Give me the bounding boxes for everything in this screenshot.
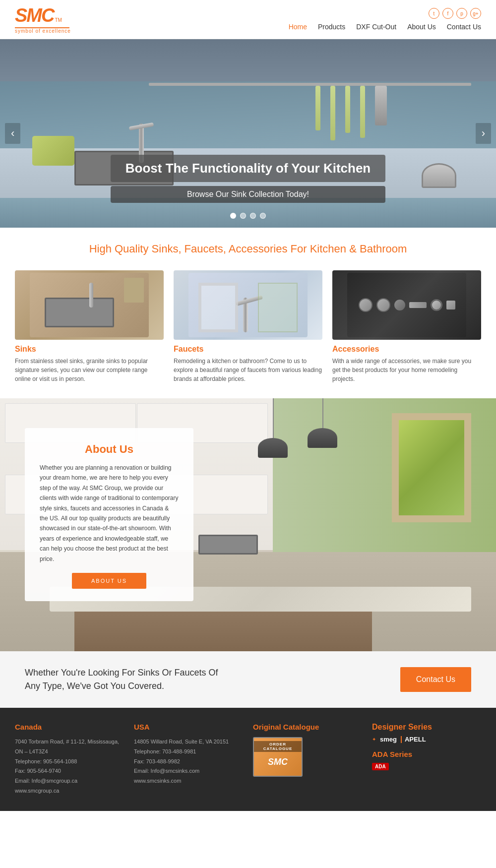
nav-products[interactable]: Products [318,23,345,31]
hero-slider: Boost The Functionality of Your Kitchen … [0,39,496,228]
catalogue-image[interactable]: ORDER CATALOGUE SMC [253,737,303,777]
footer-canada-website[interactable]: www.smcgroup.ca [15,788,59,794]
ada-badge: ADA [372,763,389,770]
about-text: Whether you are planning a renovation or… [40,463,179,564]
sinks-image [15,270,164,340]
pinterest-icon[interactable]: p [456,8,467,19]
faucets-desc: Remodeling a kitchen or bathroom? Come t… [174,357,322,383]
hero-text: Boost The Functionality of Your Kitchen … [111,155,385,203]
main-nav: Home Products DXF Cut-Out About Us Conta… [289,23,481,31]
brand-smeg: smeg [380,736,397,743]
footer-usa-phone: Telephone: 703-488-9981 [134,747,243,757]
footer-canada-heading: Canada [15,723,124,731]
googleplus-icon[interactable]: g+ [470,8,481,19]
product-card-faucets: Faucets Remodeling a kitchen or bathroom… [174,270,322,383]
nav-contact[interactable]: Contact Us [447,23,481,31]
footer-usa-heading: USA [134,723,243,731]
accessories-image [332,270,481,340]
logo-tagline: symbol of excellence [15,28,71,34]
accessories-label[interactable]: Accessories [332,345,481,354]
sinks-desc: From stainless steel sinks, granite sink… [15,357,164,383]
logo-area: SMC TM symbol of excellence [15,5,71,34]
designer-series-title: Designer Series [372,723,481,732]
footer-usa-website[interactable]: www.smcsinks.com [134,778,181,784]
footer-canada: Canada 7040 Torbram Road, # 11-12, Missi… [15,723,124,796]
smeg-star-icon: ✦ [372,737,376,742]
brand-row-smeg-apell: ✦ smeg APELL [372,736,481,743]
products-grid: Sinks From stainless steel sinks, granit… [0,260,496,398]
footer-usa: USA 14805 Willard Road, Suite E, VA 2015… [134,723,243,796]
hero-subtitle: Browse Our Sink Collection Today! [111,186,385,203]
faucets-image [174,270,322,340]
contact-us-button[interactable]: Contact Us [400,667,471,692]
footer: Canada 7040 Torbram Road, # 11-12, Missi… [0,708,496,811]
nav-about[interactable]: About Us [407,23,436,31]
footer-catalogue: Original Catalogue ORDER CATALOGUE SMC [253,723,362,796]
brand-apell: APELL [401,736,426,743]
about-card: About Us Whether you are planning a reno… [25,428,193,601]
about-title: About Us [40,443,179,456]
accessories-desc: With a wide range of accessories, we mak… [332,357,481,383]
hero-next-button[interactable]: › [476,123,491,144]
catalogue-label: ORDER CATALOGUE [254,741,302,752]
footer-usa-fax: Fax: 703-488-9982 [134,757,243,767]
nav-dxf[interactable]: DXF Cut-Out [356,23,396,31]
dot-2[interactable] [240,213,246,219]
footer-canada-fax: Fax: 905-564-9740 [15,766,124,776]
about-us-button[interactable]: ABOUT US [72,573,146,589]
sinks-label[interactable]: Sinks [15,345,164,354]
nav-home[interactable]: Home [289,23,307,31]
ada-series-title: ADA Series [372,750,481,758]
footer-catalogue-heading: Original Catalogue [253,723,362,731]
dot-4[interactable] [260,213,266,219]
header: SMC TM symbol of excellence t f p g+ Hom… [0,0,496,39]
hero-prev-button[interactable]: ‹ [5,123,20,144]
about-section: About Us Whether you are planning a reno… [0,398,496,651]
footer-canada-phone: Telephone: 905-564-1088 [15,757,124,767]
hero-title: Boost The Functionality of Your Kitchen [111,155,385,182]
facebook-icon[interactable]: f [442,8,453,19]
dot-1[interactable] [230,213,236,219]
header-right: t f p g+ Home Products DXF Cut-Out About… [289,8,481,31]
products-heading: High Quality Sinks, Faucets, Accessories… [0,228,496,260]
dot-3[interactable] [250,213,256,219]
footer-usa-email[interactable]: Email: Info@smcsinks.com [134,768,199,774]
hero-dots [230,213,266,219]
faucets-label[interactable]: Faucets [174,345,322,354]
footer-canada-address: 7040 Torbram Road, # 11-12, Mississauga,… [15,737,124,757]
logo[interactable]: SMC TM [15,5,71,26]
footer-canada-email[interactable]: Email: Info@smcgroup.ca [15,778,77,784]
products-section: High Quality Sinks, Faucets, Accessories… [0,228,496,398]
product-card-sinks: Sinks From stainless steel sinks, granit… [15,270,164,383]
footer-usa-address: 14805 Willard Road, Suite E, VA 20151 [134,737,243,747]
twitter-icon[interactable]: t [429,8,439,19]
cta-text: Whether You're Looking For Sinks Or Fauc… [25,666,223,693]
social-icons: t f p g+ [429,8,481,19]
footer-brands: Designer Series ✦ smeg APELL ADA Series … [372,723,481,796]
catalogue-logo: SMC [268,757,288,767]
product-card-accessories: Accessories With a wide range of accesso… [332,270,481,383]
cta-section: Whether You're Looking For Sinks Or Fauc… [0,651,496,708]
